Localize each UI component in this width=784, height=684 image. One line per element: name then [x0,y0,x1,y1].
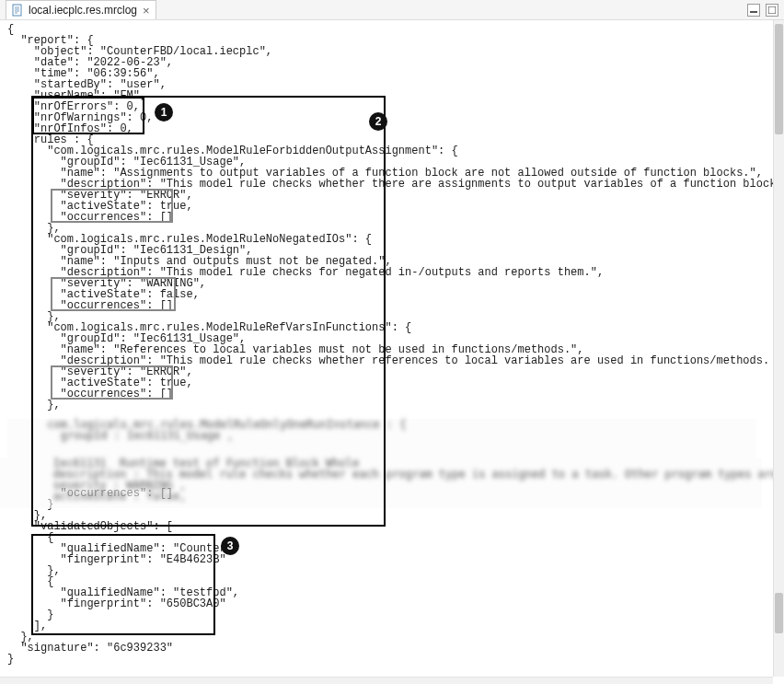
window-controls [747,4,778,17]
svg-rect-1 [750,11,757,13]
minimize-button[interactable] [747,4,760,17]
callout-2: 2 [369,112,387,131]
vertical-scroll-thumb-bottom[interactable] [775,593,783,633]
file-tab[interactable]: local.iecplc.res.mrclog × [6,0,156,19]
vertical-scrollbar[interactable] [773,20,784,677]
callout-1: 1 [155,103,173,122]
svg-rect-2 [768,6,776,14]
blurred-region-2: Iec61131 Runtime test of Function Block … [0,458,762,508]
close-icon[interactable]: × [143,5,150,17]
tab-bar: local.iecplc.res.mrclog × [0,0,784,20]
file-icon [12,4,23,17]
code-editor[interactable]: { "report": { "object": "CounterFBD/loca… [0,20,773,677]
editor-area: { "report": { "object": "CounterFBD/loca… [0,20,784,684]
blurred-region-1: com.logicals.mrc.rules.ModelRuleOnlyOneR… [7,419,756,458]
maximize-button[interactable] [766,4,778,17]
svg-rect-0 [13,5,21,16]
vertical-scroll-thumb-top[interactable] [775,24,783,134]
horizontal-scrollbar[interactable] [0,677,773,684]
callout-3: 3 [221,537,239,555]
file-tab-title: local.iecplc.res.mrclog [29,4,137,17]
